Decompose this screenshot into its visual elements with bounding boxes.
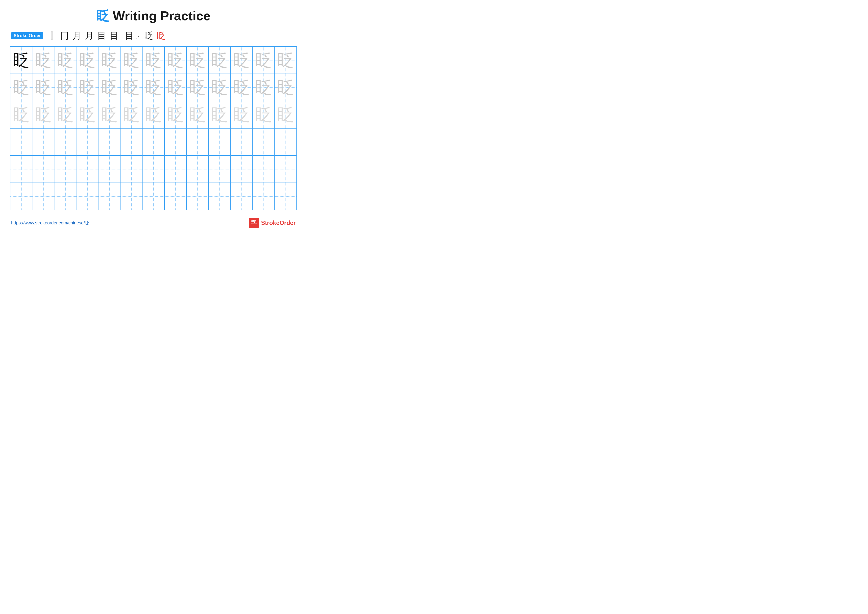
cell-character: 眨 [145,79,162,96]
grid-cell: 眨 [98,47,120,74]
grid-cell [98,128,120,155]
footer-logo: 字 StrokeOrder [249,218,296,228]
grid-cell: 眨 [164,74,186,101]
cell-character: 眨 [35,52,52,68]
grid-cell [231,128,253,155]
stroke-7: 目⟋ [125,30,141,42]
cell-character: 眨 [255,79,272,96]
grid-cell: 眨 [54,47,76,74]
cell-character: 眨 [255,52,272,68]
cell-character: 眨 [167,52,184,68]
grid-cell [54,183,76,210]
cell-character: 眨 [13,106,30,123]
grid-cell [253,183,274,210]
grid-cell: 眨 [142,101,164,128]
grid-cell [32,128,54,155]
stroke-3: 月 [73,30,81,42]
grid-cell [10,183,32,210]
cell-character: 眨 [35,106,52,123]
cell-character: 眨 [145,52,162,68]
grid-cell: 眨 [76,47,98,74]
grid-cell: 眨 [186,101,209,128]
grid-cell: 眨 [32,47,54,74]
grid-cell [120,155,142,183]
grid-cell [142,155,164,183]
cell-character: 眨 [167,79,184,96]
footer: https://www.strokeorder.com/chinese/眨 字 … [10,218,297,228]
grid-cell [274,128,297,155]
grid-cell [164,128,186,155]
grid-cell [186,155,209,183]
grid-cell [231,155,253,183]
cell-character: 眨 [123,52,140,68]
grid-cell [120,128,142,155]
stroke-2: 冂 [60,30,69,42]
cell-character: 眨 [167,106,184,123]
cell-character: 眨 [79,52,96,68]
practice-grid: 眨眨眨眨眨眨眨眨眨眨眨眨眨眨眨眨眨眨眨眨眨眨眨眨眨眨眨眨眨眨眨眨眨眨眨眨眨眨眨 [10,46,297,210]
cell-character: 眨 [13,52,30,68]
stroke-order-badge: Stroke Order [11,32,43,39]
logo-text: StrokeOrder [261,219,296,226]
grid-cell [32,155,54,183]
grid-cell [209,155,231,183]
grid-cell: 眨 [209,47,231,74]
cell-character: 眨 [211,106,228,123]
cell-character: 眨 [233,79,250,96]
title-character: 眨 [96,9,109,23]
grid-cell [54,155,76,183]
grid-cell: 眨 [274,47,297,74]
grid-cell [76,183,98,210]
grid-cell [142,128,164,155]
grid-cell [186,128,209,155]
stroke-6: 目⁻ [110,30,121,42]
grid-cell: 眨 [10,47,32,74]
cell-character: 眨 [123,106,140,123]
grid-cell: 眨 [32,101,54,128]
grid-cell: 眨 [120,47,142,74]
cell-character: 眨 [189,52,206,68]
grid-cell [76,128,98,155]
cell-character: 眨 [233,52,250,68]
grid-cell [274,155,297,183]
grid-cell [142,183,164,210]
grid-cell: 眨 [142,47,164,74]
grid-cell: 眨 [186,47,209,74]
grid-cell: 眨 [10,101,32,128]
cell-character: 眨 [79,79,96,96]
cell-character: 眨 [35,79,52,96]
stroke-8: 眨 [144,30,153,42]
grid-cell: 眨 [54,74,76,101]
grid-cell [231,183,253,210]
cell-character: 眨 [13,79,30,96]
grid-cell: 眨 [253,101,274,128]
grid-cell: 眨 [231,47,253,74]
grid-cell [274,183,297,210]
grid-cell: 眨 [164,101,186,128]
cell-character: 眨 [277,52,294,68]
grid-cell [54,128,76,155]
grid-cell [253,128,274,155]
cell-character: 眨 [189,106,206,123]
grid-cell: 眨 [98,101,120,128]
grid-cell [98,183,120,210]
grid-cell: 眨 [10,74,32,101]
grid-cell [10,155,32,183]
grid-cell: 眨 [76,74,98,101]
cell-character: 眨 [57,52,74,68]
cell-character: 眨 [277,79,294,96]
grid-cell: 眨 [186,74,209,101]
grid-cell [98,155,120,183]
footer-url: https://www.strokeorder.com/chinese/眨 [11,220,89,226]
grid-cell: 眨 [253,74,274,101]
grid-cell: 眨 [76,101,98,128]
title-text: Writing Practice [109,9,210,23]
cell-character: 眨 [255,106,272,123]
grid-cell: 眨 [120,101,142,128]
grid-cell: 眨 [209,74,231,101]
logo-icon: 字 [249,218,259,228]
cell-character: 眨 [233,106,250,123]
stroke-9-final: 眨 [157,30,166,42]
cell-character: 眨 [57,79,74,96]
grid-cell [32,183,54,210]
